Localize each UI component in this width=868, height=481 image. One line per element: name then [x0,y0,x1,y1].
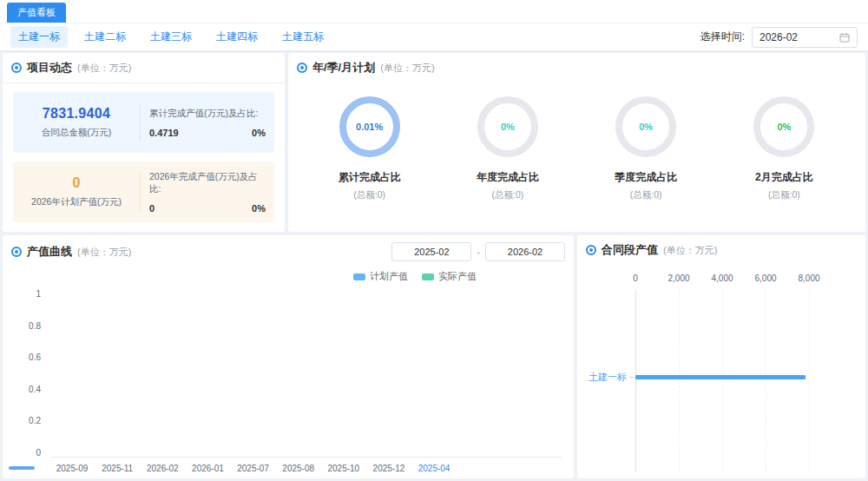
stat-right-pct: 0% [252,203,266,214]
category-tick [629,377,634,378]
stat-right: 累计完成产值(万元)及占比: 0.4719 0% [149,108,266,138]
x-tick-current: 2025-04 [411,464,457,473]
ring-quarter: 0% 季度完成占比 (总额:0) [581,96,711,201]
ring-subtext: (总额:0) [492,189,524,201]
panel-project-header: 项目动态 (单位：万元) [3,53,285,83]
range-end-input[interactable]: 2026-02 [485,242,565,261]
contract-total-label: 合同总金额(万元) [22,127,131,139]
ring-subtext: (总额:0) [768,189,800,201]
panel-plan-header: 年/季/月计划 (单位：万元) [288,53,865,82]
panel-unit: (单位：万元) [77,246,131,259]
progress-ring: 0% [615,96,676,157]
time-value: 2026-02 [760,31,798,43]
x-tick: 2025-12 [366,464,411,473]
progress-rings: 0.01% 累计完成占比 (总额:0) 0% 年度完成占比 (总额:0) [288,82,865,201]
stat-right-pct: 0% [252,128,266,138]
time-picker[interactable]: 2026-02 [752,27,858,48]
page: 产值看板 土建一标 土建二标 土建三标 土建四标 土建五标 选择时间: 2026… [0,0,868,481]
x-tick: 6,000 [754,273,776,283]
tab-section-3[interactable]: 土建三标 [142,26,200,48]
x-tick: 2,000 [667,273,689,283]
x-tick: 2026-01 [185,464,230,473]
ring-cumulative: 0.01% 累计完成占比 (总额:0) [305,96,435,201]
ring-subtext: (总额:0) [630,189,662,201]
bullseye-icon [11,63,22,73]
contract-bar [635,375,806,379]
y-tick: 0.4 [29,385,41,394]
plan-total-label: 2026年计划产值(万元) [22,196,131,208]
y-tick: 1 [36,290,41,299]
panel-title: 合同段产值 [602,242,658,258]
y-tick: 0 [36,449,41,458]
y-tick: 0.6 [29,353,41,362]
panel-title: 产值曲线 [27,244,72,260]
stat-left: 7831.9404 合同总金额(万元) [22,106,131,139]
ring-subtext: (总额:0) [353,189,385,201]
section-tabs-bar: 土建一标 土建二标 土建三标 土建四标 土建五标 选择时间: 2026-02 [0,23,868,50]
bullseye-icon [11,247,22,257]
date-range-picker: 2025-02 - 2026-02 [391,242,565,261]
panel-title: 年/季/月计划 [312,60,375,76]
ring-label: 累计完成占比 [339,170,401,185]
stat-right: 2026年完成产值(万元)及占比: 0 0% [149,171,266,214]
legend-label: 实际产值 [438,270,477,283]
x-tick: 2025-08 [276,464,321,473]
bullseye-icon [297,63,307,73]
progress-ring: 0.01% [339,96,400,157]
stat-right-label: 累计完成产值(万元)及占比: [149,108,266,120]
stat-right-label: 2026年完成产值(万元)及占比: [149,171,266,195]
ring-label: 年度完成占比 [477,170,539,185]
x-tick: 2025-10 [321,464,366,473]
legend-swatch-actual [422,273,434,280]
stat-left: 0 2026年计划产值(万元) [22,175,131,208]
ring-percent: 0% [639,122,653,132]
dashboard-tab[interactable]: 产值看板 [7,3,66,23]
stat-right-value: 0 [149,203,155,214]
chart-scrollbar[interactable] [9,466,35,470]
ring-year: 0% 年度完成占比 (总额:0) [443,96,573,201]
x-tick: 2026-02 [140,464,185,473]
x-axis: 2025-09 2025-11 2026-02 2026-01 2025-07 … [49,458,457,473]
tab-section-2[interactable]: 土建二标 [76,26,134,48]
time-picker-group: 选择时间: 2026-02 [700,27,858,48]
legend-planned[interactable]: 计划产值 [353,270,408,283]
y-axis: 1 0.8 0.6 0.4 0.2 0 [11,290,49,458]
plan-total-value: 0 [22,175,131,191]
y-tick: 0.8 [29,322,41,331]
tab-section-1[interactable]: 土建一标 [10,26,68,48]
stat-right-value: 0.4719 [149,128,179,138]
stat-cards: 7831.9404 合同总金额(万元) 累计完成产值(万元)及占比: 0.471… [3,83,285,231]
panel-title: 项目动态 [27,60,72,76]
legend-actual[interactable]: 实际产值 [422,270,477,283]
panel-contract-header: 合同段产值 (单位：万元) [577,235,865,265]
bar-track [635,375,809,379]
divider [140,174,141,210]
contract-total-card: 7831.9404 合同总金额(万元) 累计完成产值(万元)及占比: 0.471… [13,92,274,153]
plot-area [49,290,562,458]
range-start-input[interactable]: 2025-02 [391,242,471,261]
range-separator: - [477,247,480,257]
ring-percent: 0% [501,122,515,132]
legend-label: 计划产值 [370,270,408,283]
chart-legend: 计划产值 实际产值 [3,268,574,283]
x-tick: 0 [633,273,638,283]
y-tick: 0.2 [29,417,41,425]
tab-section-4[interactable]: 土建四标 [208,26,266,48]
tab-section-5[interactable]: 土建五标 [274,26,332,48]
x-tick: 2025-11 [95,464,140,473]
panel-unit: (单位：万元) [663,244,717,257]
time-label: 选择时间: [700,30,745,44]
panel-project-dynamics: 项目动态 (单位：万元) 7831.9404 合同总金额(万元) 累计完成产值(… [3,53,285,232]
x-tick: 8,000 [798,273,819,283]
line-chart: 1 0.8 0.6 0.4 0.2 0 2025-09 2025-11 2026… [3,283,574,478]
contract-total-value: 7831.9404 [22,106,131,122]
progress-ring: 0% [753,96,814,157]
section-tabs: 土建一标 土建二标 土建三标 土建四标 土建五标 [10,26,332,48]
ring-month: 0% 2月完成占比 (总额:0) [719,96,849,201]
x-tick: 4,000 [711,273,733,283]
progress-ring: 0% [477,96,538,157]
panel-plan: 年/季/月计划 (单位：万元) 0.01% 累计完成占比 (总额:0) 0% [288,53,865,232]
bullseye-icon [586,245,596,255]
bar-category-label: 土建一标 [577,371,627,384]
content: 项目动态 (单位：万元) 7831.9404 合同总金额(万元) 累计完成产值(… [0,50,868,481]
